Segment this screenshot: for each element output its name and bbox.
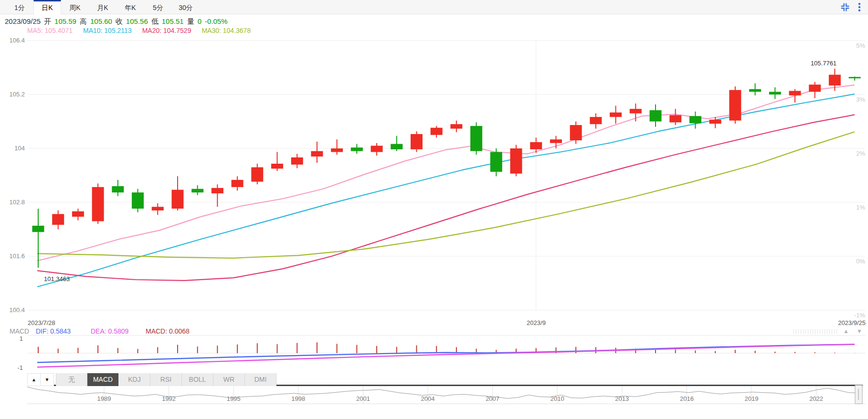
x-label-mid: 2023/9: [527, 319, 546, 326]
candle-body[interactable]: [92, 187, 104, 221]
y-axis-left-label: 104: [14, 145, 25, 152]
timeline-year-label: 2022: [809, 395, 823, 402]
candle-body[interactable]: [570, 125, 582, 140]
high-price-annotation: 105.7761: [811, 60, 836, 67]
candle-body[interactable]: [331, 148, 343, 152]
candle-body[interactable]: [152, 207, 164, 210]
candle-body[interactable]: [191, 189, 203, 193]
candle-body[interactable]: [550, 139, 562, 143]
candle-body[interactable]: [391, 144, 402, 149]
candle-body[interactable]: [212, 188, 223, 193]
candle-body[interactable]: [849, 77, 861, 78]
candle-body[interactable]: [371, 146, 383, 152]
candle-body[interactable]: [789, 91, 801, 95]
y-axis-left-label: 102.8: [9, 199, 25, 206]
indicator-down-button[interactable]: ▼: [41, 373, 54, 386]
macd-legend-row: MACD DIF: 0.5843 DEA: 0.5809 MACD: 0.006…: [0, 327, 868, 335]
indicator-tab-KDJ[interactable]: KDJ: [119, 373, 150, 386]
candle-body[interactable]: [709, 120, 721, 124]
candle-body[interactable]: [52, 214, 64, 225]
y-axis-left-label: 101.6: [9, 252, 25, 260]
candle-body[interactable]: [112, 186, 124, 192]
candle-body[interactable]: [510, 148, 522, 174]
y-axis-right-label: 0%: [856, 258, 865, 265]
macd-macd-value: MACD: 0.0068: [146, 327, 190, 335]
indicator-tab-BOLL[interactable]: BOLL: [182, 373, 213, 386]
candle-body[interactable]: [610, 113, 622, 117]
candle-body[interactable]: [809, 84, 821, 92]
candle-body[interactable]: [450, 124, 462, 128]
indicator-tab-WR[interactable]: WR: [213, 373, 245, 386]
y-axis-left-label: 105.2: [9, 91, 25, 98]
indicator-tab-MACD[interactable]: MACD: [87, 373, 119, 386]
timeline-year-label: 2010: [550, 395, 564, 402]
indicator-tab-无[interactable]: 无: [56, 373, 87, 386]
y-axis-right-label: 5%: [856, 42, 865, 49]
x-axis-dates: 2023/7/28 2023/9 2023/9/25: [0, 319, 868, 327]
macd-dea-value: DEA: 0.5809: [91, 327, 128, 335]
candle-body[interactable]: [431, 128, 443, 135]
y-axis-right-label: 3%: [856, 96, 865, 103]
x-label-end: 2023/9/25: [838, 319, 866, 326]
candle-body[interactable]: [490, 152, 502, 172]
candle-body[interactable]: [132, 192, 144, 209]
macd-dea-line: [37, 345, 855, 367]
candle-body[interactable]: [251, 168, 263, 182]
candle-body[interactable]: [590, 117, 602, 124]
candle-body[interactable]: [351, 147, 363, 151]
timeline-year-label: 2001: [356, 395, 370, 402]
indicator-up-button[interactable]: ▲: [27, 373, 41, 386]
indicator-bar: ▲ ▼ 无MACDKDJRSIBOLLWRDMI: [27, 373, 276, 386]
y-axis-left-label: 106.4: [9, 37, 25, 44]
panel-collapse-icon[interactable]: ▼: [857, 328, 862, 335]
low-price-annotation: 101.3463: [44, 275, 70, 283]
candle-body[interactable]: [311, 151, 323, 157]
candle-body[interactable]: [530, 142, 542, 149]
candle-body[interactable]: [749, 89, 761, 92]
candle-body[interactable]: [271, 164, 283, 168]
timeline-year-label: 1998: [291, 395, 305, 402]
timeline-year-label: 1995: [227, 395, 241, 402]
panel-expand-icon[interactable]: ▲: [843, 328, 849, 335]
candle-body[interactable]: [689, 116, 701, 123]
y-axis-right-label: 1%: [856, 204, 865, 211]
macd-dif-value: DIF: 0.5843: [36, 327, 71, 335]
indicator-tab-RSI[interactable]: RSI: [150, 373, 182, 386]
candle-body[interactable]: [630, 109, 642, 113]
y-axis-right-label: 2%: [856, 150, 865, 157]
panel-resize-grip[interactable]: [793, 329, 838, 334]
candle-body[interactable]: [470, 126, 482, 151]
candle-body[interactable]: [232, 180, 243, 187]
timeline-year-label: 2019: [745, 395, 759, 402]
candle-body[interactable]: [829, 75, 841, 86]
timeline-year-label: 2004: [421, 395, 435, 402]
timeline-year-label: 1989: [97, 395, 111, 402]
candle-body[interactable]: [650, 110, 662, 122]
macd-title: MACD: [10, 327, 29, 335]
candle-body[interactable]: [669, 115, 681, 122]
candle-body[interactable]: [32, 226, 44, 232]
candle-body[interactable]: [72, 211, 84, 217]
ma-line-MA10: [37, 94, 855, 287]
ma-line-MA30: [37, 132, 855, 258]
indicator-tabs: 无MACDKDJRSIBOLLWRDMI: [56, 373, 276, 386]
macd-axis-bottom-label: -1: [17, 364, 23, 371]
x-label-start: 2023/7/28: [28, 319, 55, 326]
y-axis-right-label: -1%: [854, 312, 866, 319]
chart-canvas[interactable]: 106.4105.2104102.8101.6100.45%3%2%1%0%-1…: [0, 0, 868, 419]
candle-body[interactable]: [291, 157, 303, 165]
indicator-tab-DMI[interactable]: DMI: [245, 373, 276, 386]
y-axis-left-label: 100.4: [9, 306, 25, 314]
candle-body[interactable]: [411, 134, 423, 149]
candle-body[interactable]: [769, 92, 781, 94]
macd-axis-top-label: 1: [20, 335, 23, 342]
candle-body[interactable]: [729, 90, 741, 121]
ma-line-MA20: [37, 115, 855, 281]
candle-body[interactable]: [171, 190, 183, 209]
timeline-sparkline: [27, 387, 859, 398]
timeline-year-label: 2016: [680, 395, 694, 402]
